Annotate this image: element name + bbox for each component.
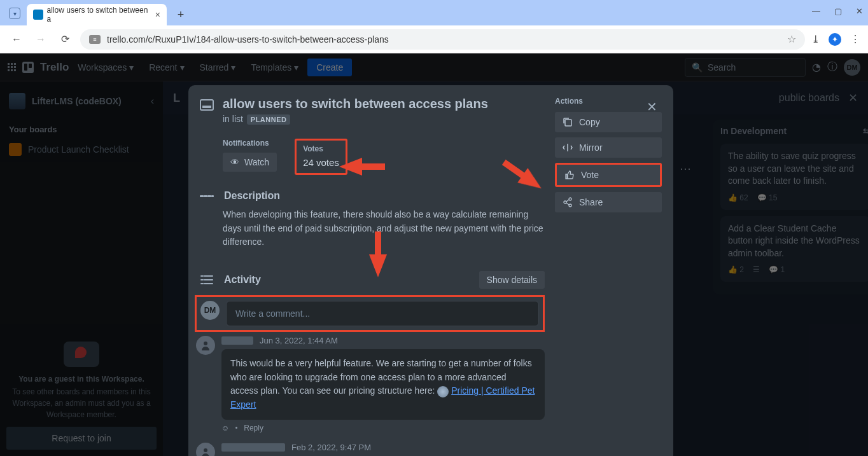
activity-icon — [200, 274, 214, 286]
close-tab-icon[interactable]: × — [155, 10, 160, 20]
mirror-icon — [563, 142, 573, 153]
share-button[interactable]: Share — [555, 192, 662, 212]
card-modal: ✕ allow users to switch between access p… — [188, 85, 673, 456]
minimize-icon[interactable]: — — [812, 6, 820, 16]
description-icon — [200, 194, 214, 198]
reaction-button[interactable]: ☺ — [221, 424, 229, 432]
chrome-menu-icon[interactable]: ⋮ — [850, 33, 860, 45]
votes-count[interactable]: 24 votes — [303, 157, 339, 168]
comment-input[interactable]: Write a comment... — [226, 301, 539, 326]
commenter-avatar — [196, 336, 215, 355]
svg-rect-5 — [565, 120, 571, 126]
forward-button[interactable]: → — [32, 31, 50, 48]
reply-button[interactable]: Reply — [244, 424, 263, 432]
comment-body: This would be a very helpful feature. We… — [221, 349, 545, 420]
activity-heading: Activity — [224, 274, 261, 286]
browser-tab[interactable]: allow users to switch between a × — [27, 4, 167, 25]
description-text[interactable]: When developing this feature, there shou… — [223, 208, 545, 249]
list-badge[interactable]: PLANNED — [247, 114, 291, 125]
share-icon — [563, 197, 573, 207]
card-header-icon — [200, 99, 214, 111]
comment-date: Jun 3, 2022, 1:44 AM — [260, 336, 338, 345]
user-avatar: DM — [200, 301, 220, 320]
back-button[interactable]: ← — [8, 31, 25, 48]
show-details-button[interactable]: Show details — [479, 271, 545, 289]
commenter-avatar — [196, 443, 215, 456]
copy-icon — [563, 117, 573, 127]
reload-button[interactable]: ⟳ — [56, 31, 74, 48]
thumbs-up-icon — [564, 170, 575, 180]
close-window-icon[interactable]: ✕ — [856, 6, 863, 16]
votes-highlight: Votes 24 votes — [295, 139, 347, 175]
vote-button[interactable]: Vote — [555, 163, 662, 187]
svg-point-7 — [564, 201, 566, 204]
notifications-label: Notifications — [223, 139, 277, 148]
commenter-name-redacted — [221, 443, 285, 452]
svg-point-4 — [204, 448, 207, 452]
trello-favicon — [33, 10, 43, 20]
maximize-icon[interactable]: ▢ — [834, 6, 842, 16]
comment-date: Feb 2, 2022, 9:47 PM — [291, 443, 371, 452]
svg-point-6 — [569, 198, 571, 200]
avatar-emoji — [437, 386, 449, 397]
in-list-label: in list PLANNED — [223, 114, 545, 125]
mirror-button[interactable]: Mirror — [555, 137, 662, 158]
site-info-icon[interactable]: ≡ — [89, 35, 101, 44]
address-bar[interactable]: ≡ trello.com/c/RuxuP1Iv/184-allow-users-… — [80, 29, 805, 50]
svg-point-8 — [569, 204, 571, 207]
svg-point-3 — [204, 342, 207, 345]
downloads-icon[interactable]: ⤓ — [811, 33, 820, 45]
tab-search-button[interactable]: ▾ — [9, 8, 20, 19]
bookmark-star-icon[interactable]: ☆ — [787, 33, 796, 45]
new-tab-button[interactable]: + — [172, 6, 190, 24]
close-modal-button[interactable]: ✕ — [641, 97, 662, 117]
tab-title: allow users to switch between a — [47, 6, 151, 24]
watch-button[interactable]: 👁 Watch — [223, 153, 277, 172]
comment-highlight: DM Write a comment... — [195, 295, 545, 332]
votes-label: Votes — [303, 144, 339, 153]
url-text: trello.com/c/RuxuP1Iv/184-allow-users-to… — [107, 34, 389, 45]
description-heading: Description — [224, 190, 280, 202]
commenter-name-redacted — [221, 336, 253, 345]
eye-icon: 👁 — [230, 157, 239, 167]
card-title[interactable]: allow users to switch between access pla… — [223, 97, 488, 111]
accessibility-icon[interactable]: ✦ — [829, 33, 841, 46]
